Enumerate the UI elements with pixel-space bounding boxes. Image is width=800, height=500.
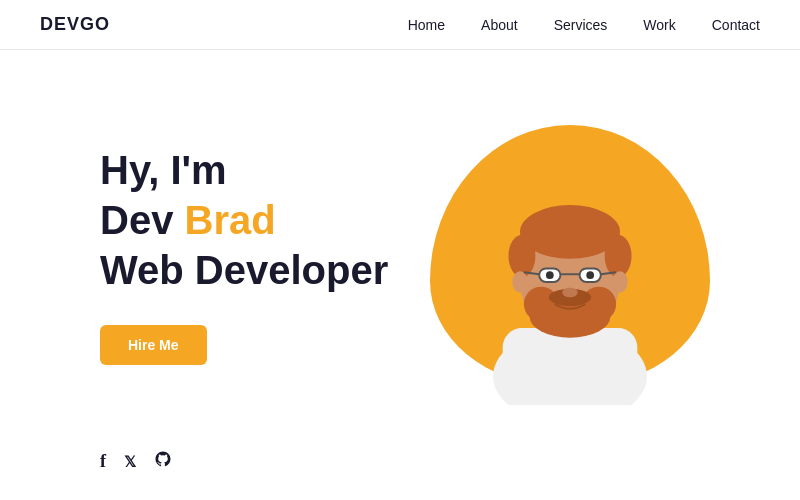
brand-logo[interactable]: DEVGO [40, 14, 110, 35]
social-icons-bar: f 𝕏 [0, 440, 800, 483]
svg-point-20 [562, 288, 577, 298]
nav-link-services[interactable]: Services [554, 17, 608, 33]
svg-point-8 [612, 271, 627, 292]
svg-point-15 [546, 271, 554, 279]
hero-person-image [455, 145, 685, 405]
nav-item-home[interactable]: Home [408, 16, 445, 34]
svg-point-6 [605, 235, 632, 277]
hero-heading: Hy, I'm Dev Brad Web Developer [100, 145, 420, 295]
twitter-icon[interactable]: 𝕏 [124, 453, 136, 471]
nav-link-about[interactable]: About [481, 17, 518, 33]
svg-point-10 [524, 287, 559, 322]
nav-links: Home About Services Work Contact [408, 16, 760, 34]
hero-name-prefix: Dev [100, 198, 185, 242]
hero-greeting: Hy, I'm [100, 148, 227, 192]
github-icon[interactable] [154, 450, 172, 473]
nav-item-work[interactable]: Work [643, 16, 675, 34]
nav-item-contact[interactable]: Contact [712, 16, 760, 34]
svg-point-5 [508, 235, 535, 277]
nav-link-home[interactable]: Home [408, 17, 445, 33]
hire-me-button[interactable]: Hire Me [100, 325, 207, 365]
hero-name-highlight: Brad [185, 198, 276, 242]
hero-text: Hy, I'm Dev Brad Web Developer Hire Me [100, 145, 420, 365]
hero-role: Web Developer [100, 248, 388, 292]
nav-item-services[interactable]: Services [554, 16, 608, 34]
facebook-icon[interactable]: f [100, 451, 106, 472]
nav-item-about[interactable]: About [481, 16, 518, 34]
svg-point-16 [586, 271, 594, 279]
hero-image-wrapper [420, 105, 720, 405]
hero-section: Hy, I'm Dev Brad Web Developer Hire Me [0, 50, 800, 440]
person-illustration [460, 155, 680, 405]
svg-rect-1 [503, 328, 638, 405]
nav-link-contact[interactable]: Contact [712, 17, 760, 33]
svg-point-7 [512, 271, 527, 292]
nav-link-work[interactable]: Work [643, 17, 675, 33]
svg-point-11 [582, 287, 617, 322]
svg-point-4 [520, 205, 620, 259]
navbar: DEVGO Home About Services Work Contact [0, 0, 800, 50]
